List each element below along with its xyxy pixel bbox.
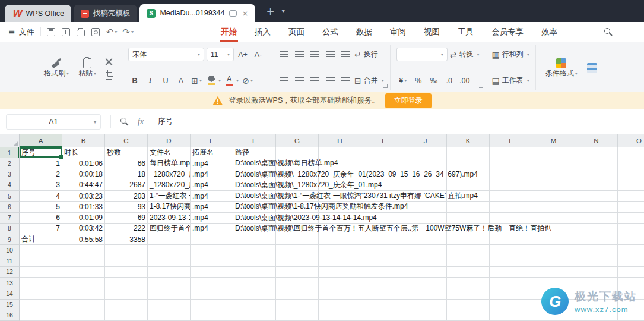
cell-N4[interactable]	[575, 180, 618, 191]
wrap-text-button[interactable]: ↵ 换行	[354, 49, 378, 59]
cell-K7[interactable]	[447, 213, 490, 224]
menu-item-效率[interactable]: 效率	[541, 22, 557, 42]
increase-indent-button[interactable]	[339, 48, 352, 61]
cell-H10[interactable]	[319, 245, 361, 256]
cell-O11[interactable]	[618, 256, 644, 267]
cell-I16[interactable]	[361, 310, 404, 321]
menu-item-开始[interactable]: 开始	[221, 22, 237, 42]
cell-M11[interactable]	[532, 256, 575, 267]
cell-I9[interactable]	[361, 234, 404, 245]
cell-C12[interactable]	[105, 267, 148, 278]
column-header-C[interactable]: C	[105, 134, 148, 147]
cell-M4[interactable]	[532, 180, 575, 191]
strikethrough-button[interactable]: A	[175, 74, 188, 87]
cell-E4[interactable]: .mp4	[191, 180, 233, 191]
cell-N3[interactable]	[575, 169, 618, 180]
menu-item-插入[interactable]: 插入	[255, 22, 271, 42]
cell-A4[interactable]: 3	[20, 180, 62, 191]
cell-E6[interactable]: .mp4	[191, 202, 233, 212]
column-header-N[interactable]: N	[575, 134, 618, 147]
cell-F7[interactable]: D:\tools\桌面\视频\2023-09-13-14-14-14.mp4	[233, 213, 276, 224]
cell-B10[interactable]	[62, 245, 105, 256]
menu-item-页面[interactable]: 页面	[288, 22, 304, 42]
cell-N13[interactable]	[575, 278, 618, 288]
percent-format-button[interactable]: %	[412, 74, 425, 87]
cell-H16[interactable]	[319, 310, 361, 321]
cell-E16[interactable]	[191, 310, 233, 321]
cell-H13[interactable]	[319, 278, 361, 288]
cell-L7[interactable]	[490, 213, 532, 224]
decrease-decimal-button[interactable]: .00	[458, 74, 471, 87]
column-header-F[interactable]: F	[233, 134, 276, 147]
cell-N14[interactable]	[575, 288, 618, 299]
cell-C7[interactable]: 69	[105, 213, 148, 224]
cell-B12[interactable]	[62, 267, 105, 278]
cell-I2[interactable]	[361, 158, 404, 169]
align-bottom-button[interactable]	[308, 48, 321, 61]
cell-K2[interactable]	[447, 158, 490, 169]
justify-button[interactable]	[323, 74, 337, 87]
column-header-D[interactable]: D	[148, 134, 191, 147]
cell-C5[interactable]: 203	[105, 191, 148, 202]
cell-C2[interactable]: 66	[105, 158, 148, 169]
cell-G9[interactable]	[276, 234, 319, 245]
currency-format-button[interactable]: ¥ ▾	[396, 74, 410, 87]
column-header-E[interactable]: E	[191, 134, 233, 147]
cell-J4[interactable]	[404, 180, 447, 191]
menu-item-视图[interactable]: 视图	[424, 22, 440, 42]
cell-J15[interactable]	[404, 300, 447, 310]
cell-K16[interactable]	[447, 310, 490, 321]
cell-N2[interactable]	[575, 158, 618, 169]
undo-chevron-icon[interactable]: ▾	[115, 29, 117, 34]
cell-D14[interactable]	[148, 288, 191, 299]
cell-A13[interactable]	[20, 278, 62, 288]
cell-I13[interactable]	[361, 278, 404, 288]
column-header-O[interactable]: O	[618, 134, 644, 147]
cell-B14[interactable]	[62, 288, 105, 299]
cell-M13[interactable]	[532, 278, 575, 288]
cell-M1[interactable]	[532, 147, 575, 158]
row-header-3[interactable]: 3	[0, 169, 20, 180]
cell-E13[interactable]	[191, 278, 233, 288]
cell-L12[interactable]	[490, 267, 532, 278]
cell-G13[interactable]	[276, 278, 319, 288]
cell-F6[interactable]: D:\tools\桌面\视频\1-8.17快闪商店奖励和触发条件.mp4	[233, 202, 276, 212]
cell-D13[interactable]	[148, 278, 191, 288]
column-header-A[interactable]: A	[20, 134, 62, 147]
cell-L9[interactable]	[490, 234, 532, 245]
cell-G1[interactable]	[276, 147, 319, 158]
menu-item-会员专享[interactable]: 会员专享	[491, 22, 524, 42]
cell-M12[interactable]	[532, 267, 575, 278]
cell-N1[interactable]	[575, 147, 618, 158]
save-icon[interactable]	[47, 28, 55, 36]
cell-C8[interactable]: 222	[105, 224, 148, 234]
cell-N10[interactable]	[575, 245, 618, 256]
cell-I15[interactable]	[361, 300, 404, 310]
cell-L2[interactable]	[490, 158, 532, 169]
cell-E9[interactable]	[191, 234, 233, 245]
cell-A16[interactable]	[20, 310, 62, 321]
column-header-I[interactable]: I	[361, 134, 404, 147]
cell-O1[interactable]	[618, 147, 644, 158]
font-size-select[interactable]: 11 ▾	[207, 48, 234, 61]
cell-B8[interactable]: 0:03:42	[62, 224, 105, 234]
cell-D5[interactable]: 1-“一袭红衣 一眼惊鸿”230731 itzy申有娜 ’CAKE’ 直拍.mp…	[148, 191, 191, 202]
file-menu-button[interactable]: ≡ 文件	[8, 27, 34, 37]
cell-C13[interactable]	[105, 278, 148, 288]
grow-font-button[interactable]: A+	[236, 48, 249, 61]
align-top-button[interactable]	[277, 48, 290, 61]
cell-I10[interactable]	[361, 245, 404, 256]
chevron-down-icon[interactable]: ▾	[94, 119, 96, 125]
cell-J13[interactable]	[404, 278, 447, 288]
row-header-10[interactable]: 10	[0, 245, 20, 256]
row-header-13[interactable]: 13	[0, 278, 20, 288]
row-header-9[interactable]: 9	[0, 234, 20, 245]
cell-E1[interactable]: 拓展名	[191, 147, 233, 158]
redo-chevron-icon[interactable]: ▾	[131, 29, 134, 34]
conditional-format-button[interactable]: 条件格式▾	[542, 55, 581, 80]
name-box[interactable]: A1 ▾	[6, 114, 101, 130]
cell-O16[interactable]	[618, 310, 644, 321]
cell-F15[interactable]	[233, 300, 276, 310]
fill-color-button[interactable]: ▾	[205, 74, 221, 87]
cell-C9[interactable]: 3358	[105, 234, 148, 245]
